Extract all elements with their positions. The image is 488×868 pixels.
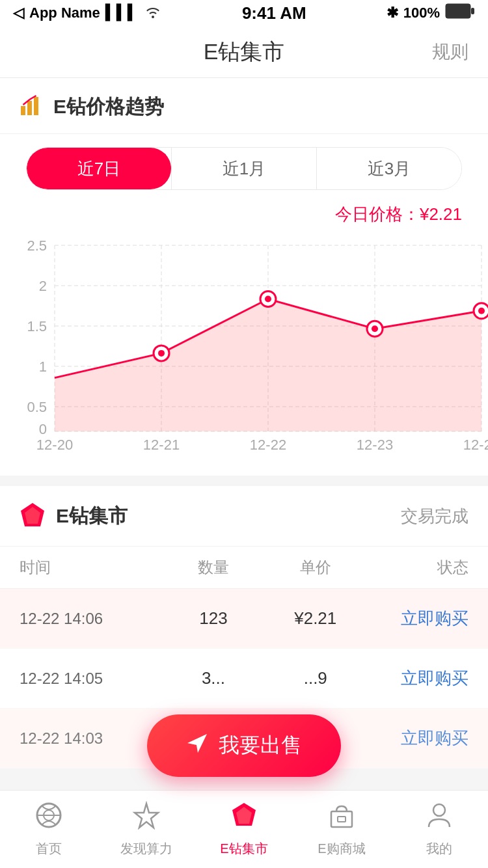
row2-qty: 3... xyxy=(163,668,265,688)
col-qty: 数量 xyxy=(163,557,265,578)
svg-rect-2 xyxy=(21,106,25,115)
divider xyxy=(0,476,488,486)
tab-home[interactable]: 首页 xyxy=(0,791,98,868)
row3-time: 12-22 14:03 xyxy=(20,729,163,748)
tab-profile[interactable]: 我的 xyxy=(390,791,488,868)
svg-text:1.5: 1.5 xyxy=(27,318,47,334)
svg-rect-1 xyxy=(471,8,474,14)
svg-text:0.5: 0.5 xyxy=(27,399,47,415)
svg-text:12-20: 12-20 xyxy=(36,437,73,453)
profile-icon xyxy=(425,801,454,836)
home-icon xyxy=(34,801,63,836)
nav-bar: E钻集市 规则 xyxy=(0,26,488,78)
col-price: 单价 xyxy=(264,557,366,578)
status-bar: ◁ App Name ▍▍▍ 9:41 AM ✱ 100% xyxy=(0,0,488,26)
table-row: 12-22 14:05 3... ...9 立即购买 xyxy=(0,649,488,709)
tab-market[interactable]: E钻集市 xyxy=(195,791,293,868)
svg-text:12-23: 12-23 xyxy=(357,437,393,453)
market-tab-icon xyxy=(230,801,258,836)
tab-shop-label: E购商城 xyxy=(318,840,365,858)
tab-bar: 首页 发现算力 E钻集市 E购商城 我的 xyxy=(0,790,488,868)
tab-mining[interactable]: 发现算力 xyxy=(98,791,195,868)
battery-icon xyxy=(445,3,475,23)
row2-price: ...9 xyxy=(264,668,366,688)
status-bar-left: ◁ App Name ▍▍▍ xyxy=(13,4,162,22)
shop-icon xyxy=(327,801,356,836)
svg-text:0: 0 xyxy=(39,421,47,437)
tab-market-label: E钻集市 xyxy=(220,840,267,858)
sell-button-wrapper: 我要出售 xyxy=(147,714,341,777)
row1-price: ¥2.21 xyxy=(264,608,366,629)
chart-area: 近7日 近1月 近3月 今日价格：¥2.21 2.5 2 1.5 1 0.5 0 xyxy=(0,134,488,476)
svg-rect-0 xyxy=(446,4,470,18)
tab-mining-label: 发现算力 xyxy=(120,840,172,858)
bluetooth-icon: ✱ xyxy=(386,5,398,21)
svg-rect-45 xyxy=(331,811,352,827)
back-icon[interactable]: ◁ xyxy=(13,5,24,21)
svg-point-25 xyxy=(158,350,165,357)
price-trend-title: E钻价格趋势 xyxy=(53,94,164,120)
col-status: 状态 xyxy=(366,557,468,578)
app-name: App Name xyxy=(29,5,100,21)
diamond-icon xyxy=(20,502,46,530)
row1-buy-button[interactable]: 立即购买 xyxy=(366,607,468,630)
svg-point-29 xyxy=(372,325,378,332)
market-header: E钻集市 交易完成 xyxy=(0,486,488,547)
svg-text:2.5: 2.5 xyxy=(27,237,47,254)
svg-text:1: 1 xyxy=(39,359,47,375)
row1-time: 12-22 14:06 xyxy=(20,610,163,628)
nav-title: E钻集市 xyxy=(204,37,285,67)
filter-1m[interactable]: 近1月 xyxy=(171,148,317,189)
col-time: 时间 xyxy=(20,557,163,578)
row3-buy-button[interactable]: 立即购买 xyxy=(366,727,468,750)
table-row: 12-22 14:06 123 ¥2.21 立即购买 xyxy=(0,589,488,649)
svg-text:12-21: 12-21 xyxy=(143,437,180,453)
filter-3m[interactable]: 近3月 xyxy=(317,148,461,189)
time-filter: 近7日 近1月 近3月 xyxy=(26,147,462,190)
signal-icon: ▍▍▍ xyxy=(105,5,139,21)
svg-text:2: 2 xyxy=(39,278,47,294)
chart-icon xyxy=(20,94,43,120)
market-header-left: E钻集市 xyxy=(20,502,128,530)
svg-point-31 xyxy=(478,308,485,314)
battery-pct: 100% xyxy=(403,5,440,21)
svg-rect-46 xyxy=(338,817,346,822)
nav-rules-button[interactable]: 规则 xyxy=(432,40,468,64)
tab-shop[interactable]: E购商城 xyxy=(293,791,390,868)
status-bar-time: 9:41 AM xyxy=(242,3,306,23)
svg-marker-22 xyxy=(55,299,481,432)
svg-text:12-24: 12-24 xyxy=(463,437,488,453)
row2-buy-button[interactable]: 立即购买 xyxy=(366,667,468,690)
wifi-icon xyxy=(144,4,162,22)
svg-point-27 xyxy=(265,296,271,303)
send-icon xyxy=(186,732,208,759)
tab-home-label: 首页 xyxy=(36,840,62,858)
mining-icon xyxy=(132,801,161,836)
market-title: E钻集市 xyxy=(56,503,128,530)
price-chart: 2.5 2 1.5 1 0.5 0 xyxy=(26,232,488,454)
svg-text:12-22: 12-22 xyxy=(250,437,286,453)
svg-point-47 xyxy=(433,804,445,816)
svg-rect-4 xyxy=(34,97,38,115)
svg-rect-3 xyxy=(27,101,32,115)
svg-marker-42 xyxy=(135,804,158,828)
chart-container: 2.5 2 1.5 1 0.5 0 xyxy=(13,232,475,456)
price-trend-header: E钻价格趋势 xyxy=(0,78,488,134)
row2-time: 12-22 14:05 xyxy=(20,670,163,688)
sell-button[interactable]: 我要出售 xyxy=(147,714,341,777)
table-header: 时间 数量 单价 状态 xyxy=(0,547,488,589)
sell-label: 我要出售 xyxy=(219,731,302,760)
row1-qty: 123 xyxy=(163,608,265,629)
status-bar-right: ✱ 100% xyxy=(386,3,475,23)
tab-profile-label: 我的 xyxy=(426,840,452,858)
market-status: 交易完成 xyxy=(401,505,468,528)
filter-7d[interactable]: 近7日 xyxy=(27,148,171,189)
today-price: 今日价格：¥2.21 xyxy=(13,203,475,232)
